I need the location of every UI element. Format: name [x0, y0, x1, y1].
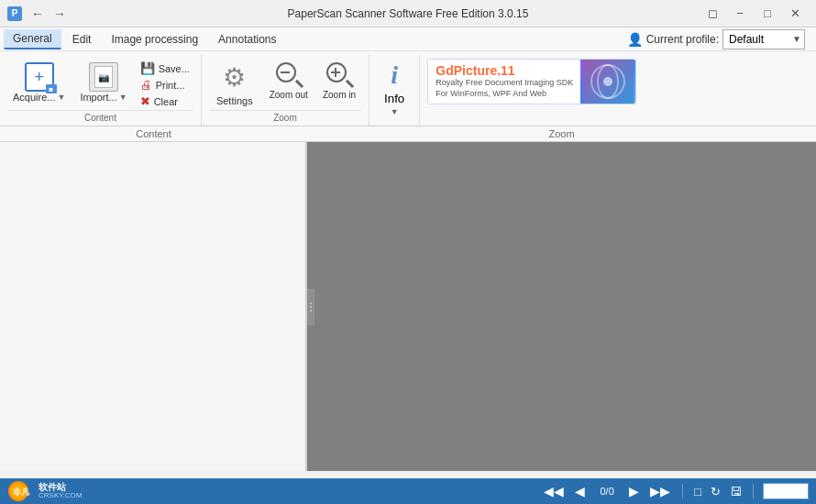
nav-first-button[interactable]: ◀◀ [541, 484, 567, 499]
acquire-icon-symbol: + [34, 69, 44, 85]
close-button[interactable]: ✕ [781, 0, 809, 27]
svg-text:非凡: 非凡 [13, 488, 30, 497]
title-bar: P ← → PaperScan Scanner Software Free Ed… [0, 0, 816, 27]
import-doc-icon: 📷 [94, 66, 113, 88]
status-divider-2 [753, 484, 754, 499]
menu-general[interactable]: General [4, 29, 61, 49]
import-group: 📷 Import... ▼ [74, 59, 132, 104]
gd-text: GdPicture.11 Royalty Free Document Imagi… [428, 60, 580, 103]
minimize-button[interactable]: − [726, 0, 754, 27]
gd-subtitle: Royalty Free Document Imaging SDK For Wi… [436, 78, 573, 99]
acquire-label-row: Acquire... ▼ [13, 92, 65, 103]
svg-point-3 [603, 77, 612, 86]
content-section-label: Content [0, 126, 307, 141]
save-label: Save... [159, 63, 190, 74]
restore-button[interactable]: ◻ [699, 0, 726, 27]
zoom-in-button[interactable]: Zoom in [317, 59, 361, 104]
small-buttons-col: 💾 Save... 🖨 Print... ✖ Clear [137, 59, 193, 109]
status-bar: 非凡 软件站 CRSKY.COM ◀◀ ◀ 0/0 ▶ ▶▶ □ ↻ 🖫 [0, 478, 816, 504]
zoom-group-label: Zoom [209, 110, 361, 126]
print-icon: 🖨 [140, 78, 152, 92]
logo-url: CRSKY.COM [39, 492, 82, 500]
info-section: i Info ▼ [369, 55, 420, 126]
menu-bar: General Edit Image processing Annotation… [0, 27, 816, 51]
maximize-button[interactable]: □ [754, 0, 781, 27]
settings-label: Settings [216, 95, 253, 106]
content-group-label: Content [7, 110, 193, 126]
profile-select[interactable]: Default [722, 29, 805, 49]
nav-last-button[interactable]: ▶▶ [647, 484, 673, 499]
zoom-out-button[interactable]: Zoom out [264, 59, 314, 104]
status-logo: 非凡 软件站 CRSKY.COM [7, 480, 82, 502]
ribbon-group-content-inner: + ■ Acquire... ▼ 📷 [7, 55, 193, 110]
save-icon: 💾 [140, 61, 155, 75]
import-chevron: ▼ [119, 93, 127, 102]
section-labels-row: Content Zoom [0, 126, 816, 142]
import-label: Import... [80, 92, 116, 103]
clear-button[interactable]: ✖ Clear [137, 93, 193, 109]
acquire-group: + ■ Acquire... ▼ [7, 59, 71, 104]
profile-select-wrapper: Default ▼ [722, 29, 805, 49]
profile-wrapper: 👤 Current profile: Default ▼ [627, 29, 812, 49]
collapse-handle[interactable] [307, 289, 314, 325]
zoom-in-icon [326, 62, 352, 88]
app-icon: P [7, 6, 22, 21]
clear-label: Clear [154, 96, 178, 107]
menu-edit[interactable]: Edit [63, 30, 101, 49]
gd-sub-line2: For WinForms, WPF And Web [436, 89, 573, 100]
gd-title-prefix: GdPicture. [436, 63, 501, 78]
print-label: Print... [156, 80, 185, 91]
profile-user-icon: 👤 [627, 32, 643, 47]
fit-page-button[interactable]: □ [692, 485, 703, 499]
gd-sub-line1: Royalty Free Document Imaging SDK [436, 78, 573, 89]
zoom-out-icon [276, 62, 302, 88]
status-right: ◀◀ ◀ 0/0 ▶ ▶▶ □ ↻ 🖫 [541, 483, 809, 499]
print-button[interactable]: 🖨 Print... [137, 77, 193, 93]
import-icon: 📷 [89, 62, 118, 92]
forward-button[interactable]: → [50, 4, 70, 24]
acquire-chevron: ▼ [57, 93, 65, 102]
acquire-icon-wrapper: + ■ [25, 62, 54, 92]
nav-prev-button[interactable]: ◀ [572, 484, 588, 499]
collapse-dot-3 [310, 310, 312, 312]
window-controls: ◻ − □ ✕ [699, 0, 809, 27]
ribbon: + ■ Acquire... ▼ 📷 [0, 51, 816, 126]
import-label-row: Import... ▼ [80, 92, 127, 103]
collapse-dot-2 [310, 306, 312, 308]
menu-image-processing[interactable]: Image processing [102, 30, 207, 49]
info-chevron: ▼ [391, 107, 399, 116]
acquire-button[interactable]: + ■ Acquire... ▼ [7, 59, 71, 104]
zoom-input[interactable] [763, 483, 809, 499]
left-panel [0, 142, 307, 471]
save-button[interactable]: 💾 Save... [137, 60, 193, 76]
status-divider-1 [682, 484, 683, 499]
main-area [0, 142, 816, 471]
logo-text-wrapper: 软件站 CRSKY.COM [39, 482, 82, 500]
zoom-in-label: Zoom in [323, 90, 356, 100]
settings-button[interactable]: ⚙ Settings [209, 59, 260, 110]
clear-icon: ✖ [140, 94, 150, 108]
title-bar-nav: ← → [28, 4, 70, 24]
gd-graphic-svg [583, 59, 634, 104]
right-panel [307, 142, 816, 471]
import-button[interactable]: 📷 Import... ▼ [74, 59, 132, 104]
back-button[interactable]: ← [28, 4, 48, 24]
acquire-sub-icon: ■ [46, 84, 57, 93]
rotate-button[interactable]: ↻ [709, 485, 722, 499]
settings-icon: ⚙ [223, 62, 246, 93]
collapse-dot-1 [310, 302, 312, 304]
info-label: Info [384, 92, 404, 105]
gd-title: GdPicture.11 [436, 63, 573, 78]
download-button[interactable]: 🖫 [728, 485, 744, 499]
ribbon-group-content: + ■ Acquire... ▼ 📷 [0, 55, 202, 126]
gd-graphic [580, 59, 635, 104]
zoom-out-label: Zoom out [270, 90, 308, 100]
title-bar-left: P ← → [7, 4, 70, 24]
gd-banner[interactable]: GdPicture.11 Royalty Free Document Imagi… [427, 59, 636, 104]
info-button[interactable]: i Info ▼ [379, 59, 410, 118]
nav-next-button[interactable]: ▶ [626, 484, 642, 499]
menu-annotations[interactable]: Annotations [209, 30, 285, 49]
ribbon-zoom-content: ⚙ Settings Zoom out [209, 55, 361, 110]
logo-svg: 非凡 [7, 480, 35, 502]
ribbon-group-zoom: ⚙ Settings Zoom out [202, 55, 369, 126]
